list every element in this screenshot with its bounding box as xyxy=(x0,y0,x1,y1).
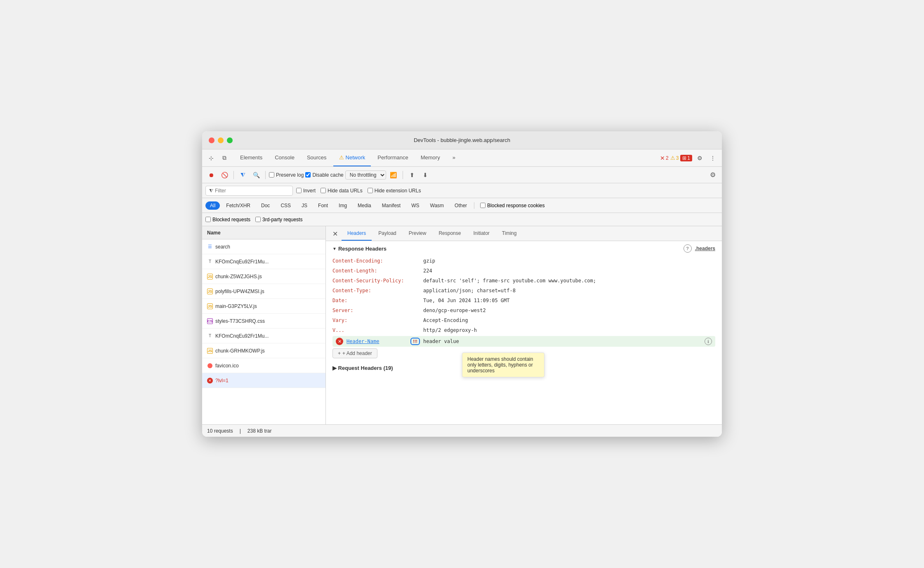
type-ws[interactable]: WS xyxy=(407,201,424,210)
status-bar: 10 requests | 238 kB trar xyxy=(202,424,722,437)
tab-more[interactable]: » xyxy=(447,149,461,166)
inspect-icon[interactable]: ⊹ xyxy=(205,152,217,164)
preserve-log-checkbox[interactable]: Preserve log xyxy=(269,172,304,178)
device-icon[interactable]: ⧉ xyxy=(219,152,230,164)
settings-icon[interactable]: ⚙ xyxy=(694,152,705,164)
detail-body: ▼ Response Headers ? .headers Content-En… xyxy=(326,241,722,424)
warning-icon: ⚠ xyxy=(339,154,344,161)
delete-header-btn[interactable]: ✕ xyxy=(336,338,343,345)
toolbar: ⏺ 🚫 ⧨ 🔍 Preserve log Disable cache No th… xyxy=(202,167,722,183)
blocked-requests-cb[interactable]: Blocked requests xyxy=(205,217,250,222)
record-stop-btn[interactable]: ⏺ xyxy=(205,169,217,181)
filter-input-wrap: ⧨ xyxy=(205,186,293,196)
blocked-cookies-cb[interactable]: Blocked response cookies xyxy=(480,203,544,208)
blocked-cookies-input[interactable] xyxy=(480,203,486,208)
type-all[interactable]: All xyxy=(205,201,220,210)
list-item[interactable]: JS chunk-GRHMKOWP.js xyxy=(202,343,325,358)
tab-payload[interactable]: Payload xyxy=(372,226,402,241)
third-party-cb[interactable]: 3rd-party requests xyxy=(255,217,302,222)
third-party-input[interactable] xyxy=(255,217,261,222)
headers-file-link[interactable]: .headers xyxy=(695,246,715,251)
search-icon[interactable]: 🔍 xyxy=(250,169,262,181)
invert-input[interactable] xyxy=(296,188,302,193)
upload-icon[interactable]: ⬆ xyxy=(406,169,418,181)
hide-extension-urls-input[interactable] xyxy=(368,188,373,193)
clear-btn[interactable]: 🚫 xyxy=(219,169,230,181)
hide-extension-urls-checkbox[interactable]: Hide extension URLs xyxy=(368,188,421,194)
type-manifest[interactable]: Manifest xyxy=(377,201,405,210)
invert-checkbox[interactable]: Invert xyxy=(296,188,316,194)
tab-initiator[interactable]: Initiator xyxy=(467,226,495,241)
font-icon: T xyxy=(207,259,213,265)
network-settings-icon[interactable]: ⚙ xyxy=(707,169,719,181)
list-item[interactable]: JS chunk-Z5WZJGHS.js xyxy=(202,269,325,284)
hide-data-urls-checkbox[interactable]: Hide data URLs xyxy=(321,188,363,194)
header-info-icon[interactable]: ℹ xyxy=(705,338,712,345)
list-item[interactable]: favicon.ico xyxy=(202,358,325,373)
tab-memory[interactable]: Memory xyxy=(415,149,446,166)
header-row: V... http/2 edgeproxy-h xyxy=(332,325,715,335)
more-menu-icon[interactable]: ⋮ xyxy=(707,152,719,164)
header-name-input[interactable] xyxy=(346,338,410,344)
close-detail-btn[interactable]: ✕ xyxy=(329,228,341,239)
list-item[interactable]: ☰ search xyxy=(202,239,325,254)
filter-bar: ⧨ Invert Hide data URLs Hide extension U… xyxy=(202,183,722,198)
favicon-icon xyxy=(207,363,213,369)
tab-timing[interactable]: Timing xyxy=(496,226,523,241)
header-row: Content-Security-Policy: default-src 'se… xyxy=(332,276,715,286)
type-doc[interactable]: Doc xyxy=(257,201,274,210)
list-item[interactable]: T KFOmCnqEu92Fr1Mu... xyxy=(202,254,325,269)
close-button[interactable] xyxy=(209,137,214,143)
throttle-select[interactable]: No throttling xyxy=(345,170,386,180)
titlebar: DevTools - bubble-jingle.web.app/search xyxy=(202,131,722,149)
left-panel: Name ☰ search T KFOmCnqEu92Fr1Mu... JS c… xyxy=(202,226,326,424)
js-icon: JS xyxy=(207,348,213,354)
tab-network[interactable]: ⚠ Network xyxy=(333,149,371,166)
tab-performance[interactable]: Performance xyxy=(372,149,414,166)
minimize-button[interactable] xyxy=(218,137,224,143)
type-other[interactable]: Other xyxy=(450,201,471,210)
tab-bar: ⊹ ⧉ Elements Console Sources ⚠ Network P… xyxy=(202,149,722,167)
warning-badge: ⚠ 3 xyxy=(670,155,679,161)
type-font[interactable]: Font xyxy=(314,201,332,210)
js-icon: JS xyxy=(207,289,213,294)
type-fetch-xhr[interactable]: Fetch/XHR xyxy=(222,201,255,210)
preserve-log-input[interactable] xyxy=(269,172,274,178)
disable-cache-checkbox[interactable]: Disable cache xyxy=(305,172,343,178)
traffic-lights xyxy=(209,137,233,143)
add-header-btn[interactable]: + + Add header xyxy=(332,348,377,358)
error-badge: ✕ 2 xyxy=(660,155,669,161)
type-img[interactable]: Img xyxy=(334,201,351,210)
list-item[interactable]: ✕ ?lvl=1 xyxy=(202,373,325,388)
tab-response[interactable]: Response xyxy=(433,226,467,241)
list-item[interactable]: T KFOmCnqEu92Fr1Mu... xyxy=(202,329,325,343)
blocked-requests-input[interactable] xyxy=(205,217,211,222)
tab-headers[interactable]: Headers xyxy=(342,226,372,241)
header-value-input[interactable] xyxy=(423,338,701,344)
filter-icon[interactable]: ⧨ xyxy=(237,169,249,181)
section-toggle[interactable]: ▼ xyxy=(332,246,337,251)
type-js[interactable]: JS xyxy=(297,201,312,210)
list-item[interactable]: CS styles-T73CSHRQ.css xyxy=(202,314,325,329)
header-name-wrap: !!! xyxy=(346,338,420,345)
js-icon: JS xyxy=(207,274,213,279)
maximize-button[interactable] xyxy=(227,137,233,143)
type-media[interactable]: Media xyxy=(353,201,376,210)
type-wasm[interactable]: Wasm xyxy=(426,201,449,210)
hide-data-urls-input[interactable] xyxy=(321,188,326,193)
help-icon[interactable]: ? xyxy=(684,244,692,253)
type-css[interactable]: CSS xyxy=(276,201,295,210)
header-row: Content-Length: 224 xyxy=(332,266,715,276)
list-item[interactable]: JS polyfills-UPW4ZMSI.js xyxy=(202,284,325,299)
network-conditions-icon[interactable]: 📶 xyxy=(388,169,399,181)
editable-header-row: ✕ !!! ℹ xyxy=(332,336,715,347)
filter-input[interactable] xyxy=(215,188,289,194)
download-icon[interactable]: ⬇ xyxy=(420,169,431,181)
tab-preview[interactable]: Preview xyxy=(403,226,432,241)
list-item[interactable]: JS main-G3PZY5LV.js xyxy=(202,299,325,314)
tab-console[interactable]: Console xyxy=(269,149,300,166)
right-panel: ✕ Headers Payload Preview Response Initi… xyxy=(326,226,722,424)
tab-elements[interactable]: Elements xyxy=(234,149,268,166)
tab-sources[interactable]: Sources xyxy=(301,149,332,166)
disable-cache-input[interactable] xyxy=(305,172,311,178)
